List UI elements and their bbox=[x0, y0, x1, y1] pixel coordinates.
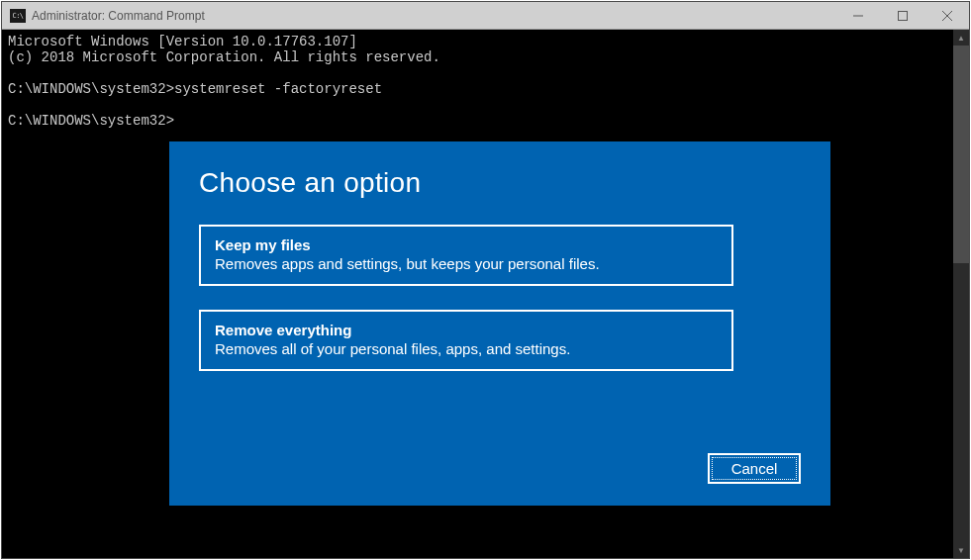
option-desc: Removes all of your personal files, apps… bbox=[215, 340, 718, 357]
scrollbar-thumb[interactable] bbox=[953, 46, 969, 263]
scroll-down-arrow-icon[interactable]: ▼ bbox=[953, 542, 969, 558]
dialog-actions: Cancel bbox=[708, 453, 801, 484]
terminal-output[interactable]: Microsoft Windows [Version 10.0.17763.10… bbox=[2, 30, 969, 134]
dialog-options-container: Keep my files Removes apps and settings,… bbox=[169, 217, 830, 403]
reset-dialog: Choose an option Keep my files Removes a… bbox=[169, 141, 830, 506]
command-prompt-window: C:\ Administrator: Command Prompt Micros… bbox=[1, 1, 970, 559]
option-desc: Removes apps and settings, but keeps you… bbox=[215, 255, 718, 272]
window-controls bbox=[835, 2, 969, 29]
vertical-scrollbar[interactable]: ▲ ▼ bbox=[953, 30, 969, 558]
option-keep-my-files[interactable]: Keep my files Removes apps and settings,… bbox=[199, 225, 733, 286]
option-remove-everything[interactable]: Remove everything Removes all of your pe… bbox=[199, 310, 733, 371]
maximize-button[interactable] bbox=[880, 2, 924, 29]
option-title: Remove everything bbox=[215, 322, 718, 338]
option-title: Keep my files bbox=[215, 236, 718, 253]
terminal-line: (c) 2018 Microsoft Corporation. All righ… bbox=[8, 49, 440, 65]
dialog-title: Choose an option bbox=[169, 141, 830, 217]
terminal-line: C:\WINDOWS\system32> bbox=[8, 113, 174, 129]
close-button[interactable] bbox=[924, 2, 969, 29]
scroll-up-arrow-icon[interactable]: ▲ bbox=[953, 30, 969, 46]
terminal-line: C:\WINDOWS\system32>systemreset -factory… bbox=[8, 81, 382, 97]
minimize-button[interactable] bbox=[835, 2, 880, 29]
window-title: Administrator: Command Prompt bbox=[32, 9, 835, 23]
titlebar[interactable]: C:\ Administrator: Command Prompt bbox=[2, 2, 969, 30]
svg-rect-1 bbox=[898, 11, 907, 20]
terminal-body: Microsoft Windows [Version 10.0.17763.10… bbox=[2, 30, 969, 558]
terminal-line: Microsoft Windows [Version 10.0.17763.10… bbox=[8, 34, 357, 49]
cmd-icon: C:\ bbox=[10, 9, 26, 23]
cancel-button[interactable]: Cancel bbox=[708, 453, 801, 484]
